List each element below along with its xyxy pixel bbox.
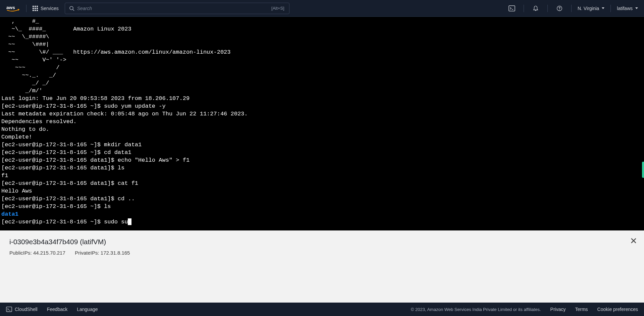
svg-rect-7 [6, 307, 12, 312]
nav-separator [571, 5, 572, 12]
svg-text:aws: aws [6, 5, 15, 10]
public-ip-label: PublicIPs: [9, 250, 32, 256]
nav-separator [547, 5, 548, 12]
chevron-down-icon [635, 7, 638, 9]
services-button[interactable]: Services [33, 6, 59, 11]
cloudshell-button[interactable]: CloudShell [6, 306, 38, 312]
svg-line-2 [73, 9, 74, 11]
language-link[interactable]: Language [77, 307, 98, 312]
close-icon[interactable]: ✕ [630, 236, 637, 245]
account-selector[interactable]: latifaws [617, 6, 638, 11]
search-shortcut-hint: [Alt+S] [271, 6, 284, 11]
instance-ips: PublicIPs: 44.215.70.217 PrivateIPs: 172… [9, 250, 635, 256]
nav-separator [524, 5, 524, 12]
aws-logo[interactable]: aws [6, 5, 20, 12]
nav-separator [26, 5, 26, 12]
instance-info-panel: ✕ i-0309e3b4a34f7b409 (latifVM) PublicIP… [0, 230, 644, 303]
search-icon [69, 6, 74, 11]
help-icon[interactable] [554, 3, 565, 14]
svg-rect-3 [509, 6, 515, 11]
top-nav: aws Services [Alt+S] [0, 0, 644, 17]
nav-right: N. Virginia latifaws [506, 3, 638, 14]
public-ip-value: 44.215.70.217 [33, 250, 65, 256]
bottom-bar: CloudShell Feedback Language © 2023, Ama… [0, 303, 644, 316]
cookie-link[interactable]: Cookie preferences [597, 307, 638, 312]
services-label: Services [41, 6, 59, 11]
chevron-down-icon [602, 7, 604, 9]
privacy-link[interactable]: Privacy [550, 307, 566, 312]
nav-separator [610, 5, 611, 12]
bottom-left: CloudShell Feedback Language [6, 306, 98, 312]
private-ip-value: 172.31.8.165 [101, 250, 130, 256]
svg-point-1 [70, 6, 73, 10]
cloudshell-label: CloudShell [15, 307, 38, 312]
bottom-right: © 2023, Amazon Web Services India Privat… [411, 307, 638, 312]
svg-point-6 [559, 9, 560, 10]
terms-link[interactable]: Terms [575, 307, 588, 312]
terminal[interactable]: , #_ ~\_ ####_ Amazon Linux 2023 ~~ \_##… [0, 17, 644, 230]
region-label: N. Virginia [578, 6, 599, 11]
copyright-text: © 2023, Amazon Web Services India Privat… [411, 307, 541, 312]
search-box[interactable]: [Alt+S] [65, 3, 289, 14]
grid-icon [33, 6, 38, 11]
private-ip-label: PrivateIPs: [75, 250, 99, 256]
search-input[interactable] [77, 6, 285, 11]
cloudshell-icon[interactable] [506, 3, 518, 14]
side-handle[interactable] [642, 162, 644, 178]
account-label: latifaws [617, 6, 633, 11]
cloudshell-icon [6, 306, 12, 312]
region-selector[interactable]: N. Virginia [578, 6, 604, 11]
instance-title: i-0309e3b4a34f7b409 (latifVM) [9, 238, 635, 246]
feedback-link[interactable]: Feedback [47, 307, 67, 312]
notifications-icon[interactable] [530, 3, 541, 14]
